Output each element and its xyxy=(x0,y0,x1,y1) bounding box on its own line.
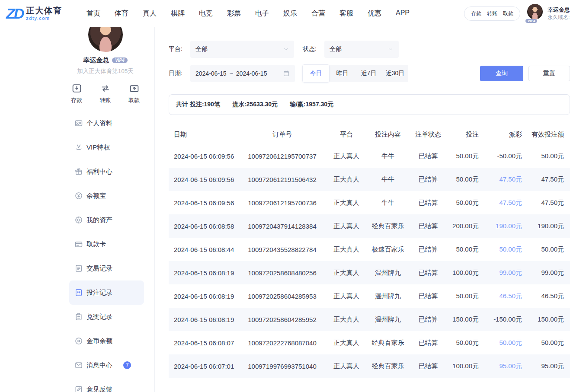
quick-action-deposit[interactable]: 存款 xyxy=(71,83,82,104)
header-avatar-wrap: VIP4 xyxy=(527,4,544,23)
sidebar-item-transactions[interactable]: 交易记录 xyxy=(69,256,144,280)
cell-bet: 100.00元 xyxy=(447,362,485,370)
column-header-4: 注单状态 xyxy=(410,131,447,139)
cell-content: 温州牌九 xyxy=(366,269,410,277)
cell-platform: 正大真人 xyxy=(327,222,366,230)
status-select[interactable]: 全部 xyxy=(324,41,399,58)
cell-status: 已结算 xyxy=(410,362,447,370)
sidebar-item-redeem[interactable]: 兑奖记录 xyxy=(69,305,144,329)
cell-status: 已结算 xyxy=(410,222,447,230)
cell-platform: 正大真人 xyxy=(327,339,366,347)
cell-bet: 100.00元 xyxy=(447,269,485,277)
nav-item-6[interactable]: 电子 xyxy=(255,9,269,18)
cell-platform: 正大真人 xyxy=(327,292,366,300)
reset-button[interactable]: 重置 xyxy=(528,66,570,81)
sidebar-quick-actions: 存款转账取款 xyxy=(56,83,154,104)
table-row: 2024-06-15 06:07:011009719976993751040正大… xyxy=(169,354,570,378)
main-content: 平台: 全部 状态: 全部 日期: 2024-06-15 ~ 2024-06-1… xyxy=(169,27,570,378)
coins-icon xyxy=(74,337,83,345)
summary-part-2: 输/赢:1957.30元 xyxy=(290,101,333,108)
header-quick-link-1[interactable]: 转账 xyxy=(487,10,497,17)
header-quick-link-0[interactable]: 存款 xyxy=(471,10,481,17)
cell-order: 1009720435528822784 xyxy=(238,246,327,253)
nav-item-9[interactable]: 客服 xyxy=(339,9,353,18)
deposit-icon xyxy=(71,83,82,94)
sidebar-item-coin-balance[interactable]: 金币余额 xyxy=(69,329,144,353)
sidebar-item-messages[interactable]: 消息中心7 xyxy=(69,353,144,377)
quick-date-0[interactable]: 今日 xyxy=(303,65,329,82)
sidebar-item-label: 福利中心 xyxy=(86,168,112,176)
platform-label: 平台: xyxy=(169,45,186,53)
cell-payout: 47.50元 xyxy=(485,175,528,184)
sidebar-item-yuebao[interactable]: 余额宝 xyxy=(69,184,144,208)
quick-date-3[interactable]: 近30日 xyxy=(382,65,408,82)
cell-platform: 正大真人 xyxy=(327,175,366,184)
column-header-5: 投注 xyxy=(447,131,485,139)
platform-select[interactable]: 全部 xyxy=(190,41,294,58)
column-header-3: 投注内容 xyxy=(366,131,410,139)
sidebar-item-vip[interactable]: VIP特权 xyxy=(69,135,144,159)
table-row: 2024-06-15 06:09:561009720612195700736正大… xyxy=(169,191,570,214)
sidebar-item-welfare[interactable]: 福利中心 xyxy=(69,159,144,184)
nav-item-10[interactable]: 优惠 xyxy=(368,9,381,18)
sidebar-username: 幸运金总 xyxy=(83,56,109,64)
status-label: 状态: xyxy=(303,45,320,53)
profile-icon xyxy=(74,119,83,127)
sidebar-item-feedback[interactable]: 意见反馈 xyxy=(69,377,144,392)
bank-card-icon xyxy=(74,240,83,249)
quick-action-transfer[interactable]: 转账 xyxy=(100,83,111,104)
cell-payout: 50.00元 xyxy=(485,339,528,347)
brand-text: 正大体育 zdty.com xyxy=(26,6,62,21)
chevron-down-icon xyxy=(283,46,289,52)
nav-item-0[interactable]: 首页 xyxy=(86,9,100,18)
date-range-input[interactable]: 2024-06-15 ~ 2024-06-15 xyxy=(190,65,295,82)
quick-date-group: 今日昨日近7日近30日 xyxy=(303,65,408,82)
quick-action-withdraw[interactable]: 取款 xyxy=(128,83,140,104)
brand-logo[interactable]: ZD 正大体育 zdty.com xyxy=(6,6,83,21)
join-days-text: 加入正大体育第105天 xyxy=(56,67,154,75)
cell-date: 2024-06-15 06:08:19 xyxy=(169,269,238,277)
nav-item-8[interactable]: 合营 xyxy=(311,9,325,18)
cell-valid: 99.00元 xyxy=(528,269,570,277)
sidebar-user-row: 幸运金总 VIP4 xyxy=(56,56,154,64)
brand-logo-icon: ZD xyxy=(6,6,23,21)
nav-item-1[interactable]: 体育 xyxy=(115,9,128,18)
quick-action-label: 转账 xyxy=(100,96,111,104)
cell-date: 2024-06-15 06:08:19 xyxy=(169,293,238,300)
summary-bar: 共计 投注:190笔流水:25633.30元输/赢:1957.30元 xyxy=(169,94,570,115)
mail-icon xyxy=(74,361,83,370)
nav-item-3[interactable]: 棋牌 xyxy=(171,9,185,18)
cell-bet: 50.00元 xyxy=(447,245,485,254)
cell-bet: 50.00元 xyxy=(447,199,485,207)
quick-date-2[interactable]: 近7日 xyxy=(355,65,382,82)
header-quick-link-2[interactable]: 取款 xyxy=(503,10,513,17)
platform-select-value: 全部 xyxy=(195,45,208,53)
nav-item-11[interactable]: APP xyxy=(396,9,410,18)
header-username: 幸运金总 xyxy=(548,6,570,14)
sidebar-item-label: 意见反馈 xyxy=(86,386,112,392)
sidebar-item-withdraw-card[interactable]: 取款卡 xyxy=(69,232,144,256)
cell-content: 极速百家乐 xyxy=(366,245,410,254)
withdraw-icon xyxy=(129,83,140,94)
nav-item-7[interactable]: 娱乐 xyxy=(283,9,297,18)
cell-content: 温州牌九 xyxy=(366,292,410,300)
quick-date-1[interactable]: 昨日 xyxy=(329,65,355,82)
cell-payout: 50.00元 xyxy=(485,245,528,254)
sidebar-item-profile[interactable]: 个人资料 xyxy=(69,111,144,135)
header-user[interactable]: VIP4 幸运金总 永久域名: xyxy=(527,4,570,23)
cell-date: 2024-06-15 06:08:44 xyxy=(169,246,238,253)
nav-item-2[interactable]: 真人 xyxy=(143,9,157,18)
sidebar: 幸运金总 VIP4 加入正大体育第105天 存款转账取款 个人资料VIP特权福利… xyxy=(56,27,155,392)
sidebar-item-assets[interactable]: 我的资产 xyxy=(69,208,144,232)
nav-item-5[interactable]: 彩票 xyxy=(227,9,241,18)
table-row: 2024-06-15 06:09:561009720612195700737正大… xyxy=(169,144,570,168)
filter-row-2: 日期: 2024-06-15 ~ 2024-06-15 今日昨日近7日近30日 … xyxy=(169,65,570,82)
bet-records-table: 日期订单号平台投注内容注单状态投注派彩有效投注额 2024-06-15 06:0… xyxy=(169,124,570,378)
cell-bet: 50.00元 xyxy=(447,175,485,184)
nav-item-4[interactable]: 电竞 xyxy=(199,9,213,18)
search-button[interactable]: 查询 xyxy=(480,66,523,81)
sidebar-item-bet-records[interactable]: 投注记录 xyxy=(69,280,144,305)
cell-valid: 47.50元 xyxy=(528,175,570,184)
cell-order: 1009719976993751040 xyxy=(238,363,327,370)
cell-platform: 正大真人 xyxy=(327,199,366,207)
